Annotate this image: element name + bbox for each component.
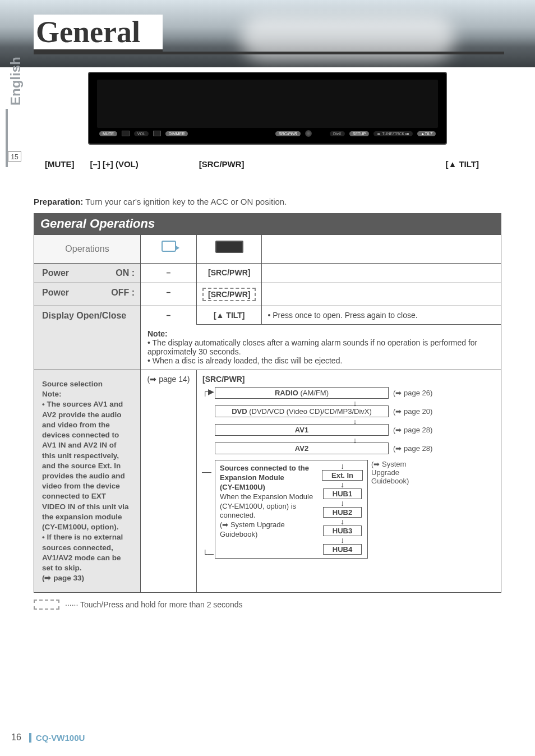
device-illustration: MUTE VOL DIMMER SRC/PWR DivX SETUP ⏮ TUN… [34, 72, 501, 145]
operations-table: Operations Power ON : – [SRC/PWR] Power … [34, 234, 501, 593]
open-close-remote: – [141, 306, 197, 325]
node-radio: RADIO (AM/FM) [215, 387, 389, 399]
power-on-panel-text: [SRC/PWR] [208, 268, 250, 277]
row-power-on: Power ON : – [SRC/PWR] [34, 264, 501, 283]
node-av1: AV1 [215, 424, 389, 436]
hub-text: Sources connected to the Expansion Modul… [220, 464, 314, 540]
device-button-row: MUTE VOL DIMMER SRC/PWR DivX SETUP ⏮ TUN… [99, 130, 436, 137]
row-power-on-head: Power ON : [34, 264, 141, 283]
hub-sub1: (CY-EM100U) [220, 483, 265, 491]
bottom-bar: 16 CQ-VW100U [11, 732, 85, 743]
callout-mute: [MUTE] [45, 159, 75, 169]
device-screen [97, 80, 438, 128]
callout-src: [SRC/PWR] [199, 159, 245, 169]
hub1: HUB1 [323, 488, 362, 499]
hub-block: Sources connected to the Expansion Modul… [215, 460, 495, 559]
source-panel-label: [SRC/PWR] [202, 375, 495, 384]
av2-ref: (➡ page 28) [393, 444, 432, 453]
row-open-close: Display Open/Close – [▲ TILT] • Press on… [34, 306, 501, 325]
content: MUTE VOL DIMMER SRC/PWR DivX SETUP ⏮ TUN… [34, 67, 501, 610]
dev-tune-label: ⏮ TUNE/TRCK ⏭ [373, 131, 413, 136]
node-dvd: DVD (DVD/VCD (Video CD)/CD/MP3/DivX) [215, 405, 389, 417]
panel-icon [215, 241, 243, 253]
remote-icon [162, 241, 176, 252]
arrow-down-icon: ↓ [340, 537, 344, 543]
source-panel-cell: [SRC/PWR] ┌▶ │ └─ RADIO (AM/FM) (➡ page … [197, 370, 501, 593]
hub-ext-in: Ext. In [322, 470, 363, 481]
power-off-sub: OFF : [111, 288, 135, 298]
callout-row: [MUTE] [–] [+] (VOL) [SRC/PWR] [▲ TILT] [34, 159, 501, 169]
dash-3: – [167, 311, 171, 320]
cycle-arrow: ┌▶ │ └─ [202, 387, 211, 559]
open-close-note-label: Note: [147, 329, 168, 338]
header-operations: Operations [34, 235, 141, 264]
open-close-note2: • When a disc is already loaded, the dis… [147, 356, 342, 365]
row-source: Source selection Note: • The sources AV1… [34, 370, 501, 593]
node-av2: AV2 [215, 442, 389, 454]
dev-setup-label: SETUP [349, 131, 369, 136]
dev-minus-button [122, 131, 130, 136]
page-title: General [34, 15, 163, 52]
header-remote-icon [141, 235, 197, 264]
node-dvd-sub: (DVD/VCD (Video CD)/CD/MP3/DivX) [247, 407, 372, 416]
source-note1: • The sources AV1 and AV2 provide the au… [42, 400, 129, 531]
preparation-label: Preparation: [34, 197, 83, 206]
section-heading: General Operations [34, 213, 501, 234]
dev-src-label: SRC/PWR [275, 131, 301, 136]
next-track-icon: ⏭ [405, 132, 409, 136]
row-power-off-head: Power OFF : [34, 283, 141, 306]
row-open-close-head: Display Open/Close [34, 306, 141, 370]
open-close-panel: [▲ TILT] [197, 306, 262, 325]
power-off-head-text: Power [42, 288, 69, 297]
open-close-note1: • The display automatically closes after… [147, 338, 477, 356]
av1-ref: (➡ page 28) [393, 426, 432, 434]
open-close-panel-text: [▲ TILT] [214, 311, 245, 320]
power-off-remote: – [141, 283, 197, 306]
source-head: Source selection [42, 380, 103, 388]
hub-outer-box: Sources connected to the Expansion Modul… [215, 460, 368, 559]
source-note2-ref: (➡ page 33) [42, 574, 84, 582]
page-number: 16 [11, 732, 21, 743]
hub2: HUB2 [323, 507, 362, 518]
dev-dimmer-label: DIMMER [165, 131, 188, 136]
callout-vol: [–] [+] (VOL) [90, 159, 139, 169]
dev-mute-label: MUTE [99, 131, 117, 136]
power-on-sub: ON : [116, 268, 135, 278]
hub3: HUB3 [323, 525, 362, 536]
hub-sub3: (➡ System Upgrade Guidebook) [220, 520, 285, 538]
power-on-desc [262, 264, 501, 283]
source-remote-ref: (➡ page 14) [147, 375, 190, 384]
arrow-down-icon: ↓ [340, 463, 344, 469]
source-head-cell: Source selection Note: • The sources AV1… [34, 370, 141, 593]
arrow-down-icon: ↓ [340, 519, 344, 524]
radio-ref: (➡ page 26) [393, 389, 432, 397]
dvd-ref: (➡ page 20) [393, 407, 432, 416]
source-remote: (➡ page 14) [141, 370, 197, 593]
preparation-line: Preparation: Turn your car's ignition ke… [34, 197, 501, 206]
power-on-head-text: Power [42, 268, 69, 278]
facing-page-number: 15 [8, 151, 21, 162]
open-close-note-cell: Note: • The display automatically closes… [141, 325, 501, 370]
dev-vol-label: VOL [134, 131, 149, 136]
prev-track-icon: ⏮ [377, 132, 381, 136]
dev-src-knob [305, 130, 312, 137]
flow: ┌▶ │ └─ RADIO (AM/FM) (➡ page 26) ↓ [202, 387, 495, 559]
hub-ref: (➡ System Upgrade Guidebook) [371, 460, 422, 485]
dev-tilt-text: TILT [425, 132, 432, 136]
dashed-box-icon [34, 600, 59, 610]
device-frame: MUTE VOL DIMMER SRC/PWR DivX SETUP ⏮ TUN… [88, 72, 447, 145]
node-radio-sub: (AM/FM) [298, 389, 329, 397]
dev-plus-button [153, 131, 161, 136]
language-label: English [8, 57, 24, 105]
dev-tune-text: TUNE/TRCK [382, 132, 404, 136]
hub-title: Sources connected to the Expansion Modul… [220, 464, 309, 482]
footer-note: ······ Touch/Press and hold for more tha… [34, 600, 501, 610]
open-close-desc: • Press once to open. Press again to clo… [262, 306, 501, 325]
power-on-panel: [SRC/PWR] [197, 264, 262, 283]
power-on-remote: – [141, 264, 197, 283]
header-desc [262, 235, 501, 264]
power-off-panel-text: [SRC/PWR] [202, 288, 256, 301]
dev-pwr-text: /PWR [287, 132, 297, 136]
dev-divx-label: DivX [330, 131, 345, 136]
hub4: HUB4 [323, 544, 362, 555]
